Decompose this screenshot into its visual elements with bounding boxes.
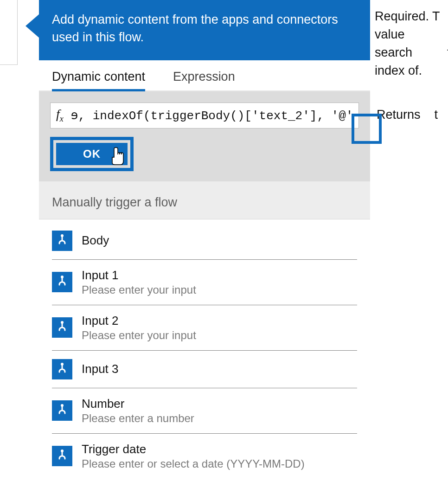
trigger-icon [52, 359, 72, 379]
trigger-icon [52, 400, 72, 421]
list-item-text: Input 1 Please enter your input [82, 268, 196, 296]
list-item[interactable]: Input 2 Please enter your input [52, 305, 357, 351]
list-item-text: Body [82, 233, 109, 248]
trigger-icon [52, 272, 72, 292]
list-item-text: Trigger date Please enter or select a da… [82, 442, 305, 470]
expression-input[interactable] [71, 109, 358, 122]
tab-dynamic-content[interactable]: Dynamic content [52, 70, 145, 90]
trigger-icon [52, 231, 72, 251]
list-item-text: Input 3 [82, 362, 119, 376]
flyout-pointer-icon [26, 14, 39, 38]
hint-tooltip-extra: Returns t [377, 108, 438, 122]
tab-strip: Dynamic content Expression [39, 60, 370, 91]
tooltip-line: index of. [375, 62, 448, 80]
ok-button-highlight: OK [50, 137, 134, 171]
tab-expression[interactable]: Expression [173, 70, 235, 90]
tooltip-line: value [375, 26, 448, 44]
list-item-title: Input 2 [82, 314, 196, 328]
list-item-title: Trigger date [82, 442, 305, 456]
expression-input-row: fx [50, 103, 359, 128]
list-item-subtitle: Please enter or select a date (YYYY-MM-D… [82, 457, 305, 470]
list-item[interactable]: Trigger date Please enter or select a da… [52, 434, 357, 479]
trigger-icon [52, 446, 72, 466]
list-item-subtitle: Please enter your input [82, 329, 196, 342]
list-item-title: Input 3 [82, 362, 119, 376]
trigger-icon [52, 317, 72, 338]
svg-point-5 [61, 450, 64, 452]
list-item-subtitle: Please enter a number [82, 412, 194, 425]
list-item-title: Number [82, 397, 194, 411]
ok-button-label: OK [83, 148, 101, 161]
tooltip-line: Required. T [375, 7, 448, 26]
svg-point-4 [61, 404, 64, 407]
svg-point-1 [61, 276, 64, 278]
list-item[interactable]: Body [52, 219, 357, 260]
list-item-title: Input 1 [82, 268, 196, 283]
list-item[interactable]: Input 3 [52, 351, 357, 388]
list-item[interactable]: Number Please enter a number [52, 388, 357, 434]
svg-point-3 [61, 363, 64, 366]
svg-point-2 [61, 321, 64, 324]
fx-icon: fx [51, 107, 71, 124]
dynamic-content-list: Body Input 1 Please enter your input Inp… [39, 219, 370, 479]
card-edge [0, 0, 18, 65]
dynamic-content-panel: Add dynamic content from the apps and co… [39, 0, 370, 501]
tooltip-line: search t [375, 44, 448, 62]
panel-banner: Add dynamic content from the apps and co… [39, 0, 370, 60]
pointer-cursor-icon [109, 147, 125, 166]
list-item-text: Input 2 Please enter your input [82, 314, 196, 342]
list-item-text: Number Please enter a number [82, 397, 194, 425]
expression-area: fx OK Manually trigger a flow [39, 91, 370, 219]
list-item-title: Body [82, 233, 109, 248]
svg-point-0 [61, 234, 64, 237]
list-item[interactable]: Input 1 Please enter your input [52, 260, 357, 305]
hint-tooltip: Required. T value search t index of. [375, 7, 448, 80]
section-header: Manually trigger a flow [39, 181, 370, 219]
list-item-subtitle: Please enter your input [82, 283, 196, 296]
ok-button[interactable]: OK [56, 143, 128, 165]
